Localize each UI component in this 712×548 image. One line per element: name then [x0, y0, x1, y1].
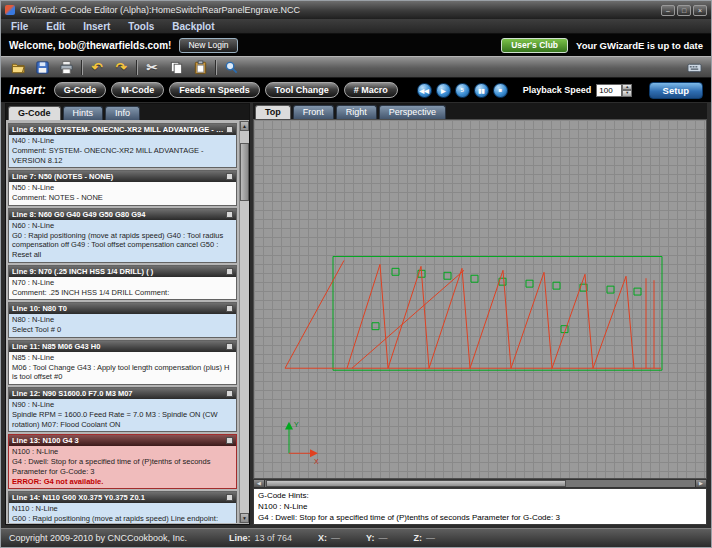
playback-speed-label: Playback Speed — [523, 85, 592, 95]
line-toggle-button[interactable] — [226, 211, 233, 218]
status-line-value: 13 of 764 — [255, 533, 293, 543]
keyboard-icon[interactable] — [685, 58, 703, 76]
gcode-line-header[interactable]: Line 6: N40 (SYSTEM- ONECNC-XR2 MILL ADV… — [9, 124, 236, 135]
tab-front[interactable]: Front — [293, 105, 334, 119]
play-button[interactable]: ▶ — [436, 83, 451, 98]
cut-icon[interactable]: ✂ — [143, 58, 161, 76]
gcode-line-item[interactable]: Line 8: N60 G0 G40 G49 G50 G80 G94 N60 :… — [8, 208, 237, 263]
menu-insert[interactable]: Insert — [83, 21, 110, 32]
gcode-line-item-error[interactable]: Line 13: N100 G4 3 N100 : N-Line G4 : Dw… — [8, 434, 237, 489]
g-code-button[interactable]: G-Code — [54, 82, 107, 98]
gcode-line-item[interactable]: Line 10: N80 T0 N80 : N-Line Select Tool… — [8, 302, 237, 338]
playback-controls: ◀◀ ▶ 5 ▮▮ ■ — [417, 83, 508, 98]
undo-icon[interactable]: ↶ — [88, 58, 106, 76]
gcode-line-id: N80 : N-Line — [12, 315, 233, 325]
feeds-speeds-button[interactable]: Feeds 'n Speeds — [169, 82, 260, 98]
playback-speed-input[interactable] — [596, 84, 622, 97]
gcode-line-item[interactable]: Line 12: N90 S1600.0 F7.0 M3 M07 N90 : N… — [8, 387, 237, 432]
scroll-down-icon[interactable]: ▼ — [240, 513, 249, 523]
gcode-line-item[interactable]: Line 7: N50 (NOTES - NONE) N50 : N-Line … — [8, 170, 237, 206]
line-toggle-button[interactable] — [226, 305, 233, 312]
gcode-line-header[interactable]: Line 7: N50 (NOTES - NONE) — [9, 171, 236, 182]
gcode-line-header[interactable]: Line 10: N80 T0 — [9, 303, 236, 314]
hints-line-ref: N100 : N-Line — [258, 502, 702, 513]
line-toggle-button[interactable] — [226, 126, 233, 133]
gcode-line-desc: M06 : Tool Change G43 : Apply tool lengt… — [12, 363, 233, 383]
main-area: G-Code Hints Info Line 6: N40 (SYSTEM- O… — [1, 102, 711, 528]
menu-edit[interactable]: Edit — [46, 21, 65, 32]
maximize-button[interactable]: □ — [677, 5, 691, 16]
save-icon[interactable] — [33, 58, 51, 76]
scrollbar-thumb[interactable] — [266, 480, 566, 487]
setup-button[interactable]: Setup — [649, 82, 703, 99]
step-button[interactable]: 5 — [455, 83, 470, 98]
open-folder-icon[interactable] — [9, 58, 27, 76]
pause-button[interactable]: ▮▮ — [474, 83, 489, 98]
welcome-text: Welcome, bob@thewarfields.com! — [9, 40, 171, 51]
gcode-line-header[interactable]: Line 12: N90 S1600.0 F7.0 M3 M07 — [9, 388, 236, 399]
print-icon[interactable] — [57, 58, 75, 76]
spinner-down-icon[interactable]: ▼ — [622, 90, 632, 97]
new-login-button[interactable]: New Login — [179, 38, 237, 53]
close-button[interactable]: × — [693, 5, 707, 16]
tab-perspective[interactable]: Perspective — [379, 105, 446, 119]
line-toggle-button[interactable] — [226, 268, 233, 275]
menu-tools[interactable]: Tools — [128, 21, 154, 32]
toolbar: ↶ ↷ ✂ — [1, 56, 711, 78]
gcode-line-header[interactable]: Line 11: N85 M06 G43 H0 — [9, 341, 236, 352]
gcode-line-item[interactable]: Line 6: N40 (SYSTEM- ONECNC-XR2 MILL ADV… — [8, 123, 237, 168]
scroll-right-icon[interactable]: ▶ — [695, 480, 706, 487]
stop-button[interactable]: ■ — [493, 83, 508, 98]
backplot-viewport[interactable]: Y X — [253, 119, 707, 479]
copy-icon[interactable] — [167, 58, 185, 76]
scrollbar-thumb[interactable] — [240, 143, 249, 201]
gcode-line-id: N85 : N-Line — [12, 353, 233, 363]
backplot-panel: Top Front Right Perspective Y X — [253, 103, 707, 525]
tab-gcode[interactable]: G-Code — [8, 106, 61, 120]
tool-change-button[interactable]: Tool Change — [265, 82, 339, 98]
line-toggle-button[interactable] — [226, 437, 233, 444]
rewind-button[interactable]: ◀◀ — [417, 83, 432, 98]
menu-file[interactable]: File — [11, 21, 28, 32]
gcode-line-item[interactable]: Line 11: N85 M06 G43 H0 N85 : N-Line M06… — [8, 340, 237, 385]
search-icon[interactable] — [222, 58, 240, 76]
gcode-line-item[interactable]: Line 9: N70 (.25 INCH HSS 1/4 DRILL) ( )… — [8, 265, 237, 301]
gcode-line-header[interactable]: Line 8: N60 G0 G40 G49 G50 G80 G94 — [9, 209, 236, 220]
gcode-line-header[interactable]: Line 14: N110 G00 X0.375 Y0.375 Z0.1 — [9, 492, 236, 503]
toolpath-feed — [285, 260, 661, 368]
backplot-tab-bar: Top Front Right Perspective — [253, 103, 707, 119]
gcode-line-error-text: ERROR: G4 not available. — [12, 477, 233, 487]
paste-icon[interactable] — [191, 58, 209, 76]
line-toggle-button[interactable] — [226, 173, 233, 180]
app-window: GWizard: G-Code Editor (Alpha):HomeSwitc… — [0, 0, 712, 548]
gcode-line-id: N100 : N-Line — [12, 447, 233, 457]
x-axis-label: X — [314, 458, 319, 465]
status-z-label: Z: — [413, 533, 422, 543]
m-code-button[interactable]: M-Code — [111, 82, 164, 98]
macro-button[interactable]: # Macro — [344, 82, 398, 98]
status-copyright: Copyright 2009-2010 by CNCCookbook, Inc. — [9, 533, 217, 543]
scroll-up-icon[interactable]: ▲ — [240, 121, 249, 131]
gcode-line-id: N60 : N-Line — [12, 221, 233, 231]
gcode-line-header[interactable]: Line 13: N100 G4 3 — [9, 435, 236, 446]
tab-info[interactable]: Info — [105, 106, 140, 120]
gcode-line-item[interactable]: Line 14: N110 G00 X0.375 Y0.375 Z0.1 N11… — [8, 491, 237, 523]
tab-right[interactable]: Right — [336, 105, 377, 119]
menu-backplot[interactable]: Backplot — [172, 21, 214, 32]
tab-top[interactable]: Top — [255, 105, 291, 119]
gcode-line-header[interactable]: Line 9: N70 (.25 INCH HSS 1/4 DRILL) ( ) — [9, 266, 236, 277]
line-toggle-button[interactable] — [226, 390, 233, 397]
scroll-left-icon[interactable]: ◀ — [254, 480, 265, 487]
tab-hints[interactable]: Hints — [63, 106, 104, 120]
minimize-button[interactable]: – — [661, 5, 675, 16]
users-club-button[interactable]: User's Club — [501, 38, 568, 53]
line-toggle-button[interactable] — [226, 494, 233, 501]
toolbar-separator — [136, 60, 137, 75]
title-bar[interactable]: GWizard: G-Code Editor (Alpha):HomeSwitc… — [1, 1, 711, 19]
menu-bar: File Edit Insert Tools Backplot — [1, 19, 711, 34]
line-toggle-button[interactable] — [226, 343, 233, 350]
gcode-line-desc: Comment: SYSTEM- ONECNC-XR2 MILL ADVANTA… — [12, 146, 233, 166]
redo-icon[interactable]: ↷ — [112, 58, 130, 76]
horizontal-scrollbar[interactable]: ◀ ▶ — [253, 479, 707, 488]
vertical-scrollbar[interactable]: ▲ ▼ — [239, 121, 249, 523]
